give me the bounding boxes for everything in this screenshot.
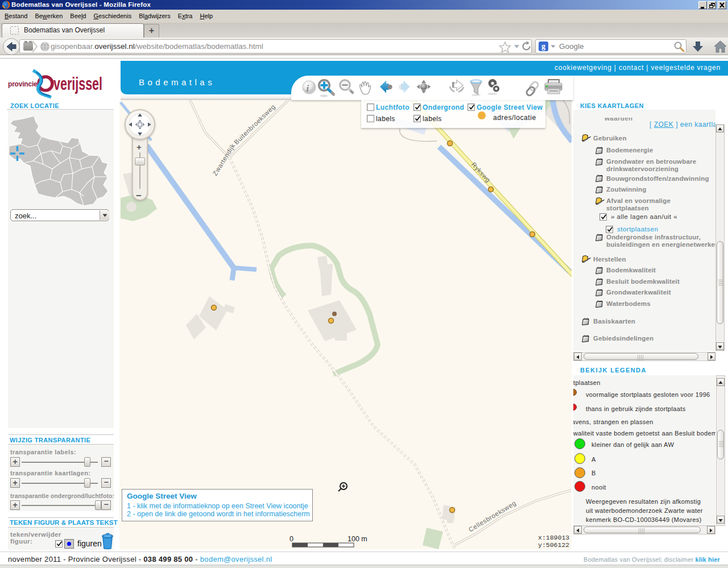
svg-text:verijssel: verijssel xyxy=(53,74,102,94)
svg-text:provincie: provincie xyxy=(8,80,38,88)
svg-text:100 m: 100 m xyxy=(348,535,367,543)
svg-text:0: 0 xyxy=(289,535,293,543)
svg-text:x:189013: x:189013 xyxy=(538,534,569,541)
svg-text:i: i xyxy=(307,83,309,94)
svg-text:y:506122: y:506122 xyxy=(538,541,569,549)
